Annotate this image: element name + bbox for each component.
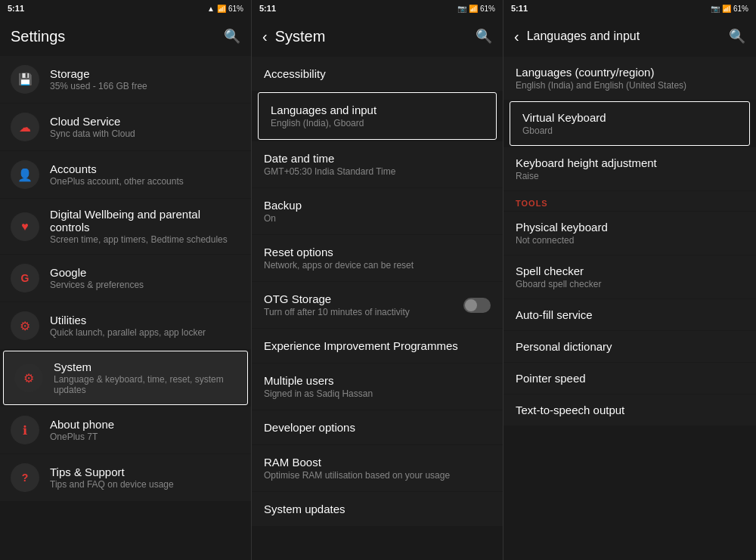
right-title: Languages and input [527,29,729,43]
sidebar-item-about[interactable]: ℹ About phone OnePlus 7T [0,407,251,453]
datetime-subtitle: GMT+05:30 India Standard Time [264,166,491,177]
physical-keyboard-subtitle: Not connected [516,235,744,246]
otg-subtitle: Turn off after 10 minutes of inactivity [264,307,463,317]
right-header: ‹ Languages and input 🔍 [503,17,756,56]
right-item-physical-keyboard[interactable]: Physical keyboard Not connected [503,212,756,255]
sidebar-item-storage[interactable]: 💾 Storage 35% used - 166 GB free [0,56,251,103]
search-icon-left[interactable]: 🔍 [224,28,240,45]
sidebar-item-accounts[interactable]: 👤 Accounts OnePlus account, other accoun… [0,151,251,198]
otg-text: OTG Storage Turn off after 10 minutes of… [264,292,463,317]
battery-right: 61% [733,5,748,13]
back-button-right[interactable]: ‹ [514,28,519,45]
menu-item-accessibility[interactable]: Accessibility [252,57,503,91]
back-button-mid[interactable]: ‹ [262,28,268,45]
signal-icon-mid: 📶 [469,5,478,13]
status-bar-mid: 5:11 📷 📶 61% [252,0,503,17]
wellbeing-subtitle: Screen time, app timers, Bedtime schedul… [50,234,240,245]
wellbeing-icon: ♥ [11,212,39,241]
sidebar-item-tips[interactable]: ? Tips & Support Tips and FAQ on device … [0,454,251,501]
utilities-text: Utilities Quick launch, parallel apps, a… [50,314,240,338]
virtual-keyboard-title: Virtual Keyboard [522,111,737,124]
right-item-spell-checker[interactable]: Spell checker Gboard spell checker [503,255,756,299]
menu-item-developer[interactable]: Developer options [252,410,503,444]
languages-region-title: Languages (country/region) [516,66,744,79]
tips-subtitle: Tips and FAQ on device usage [50,479,240,490]
system-icon: ⚙ [14,364,43,392]
menu-item-otg[interactable]: OTG Storage Turn off after 10 minutes of… [252,282,503,328]
menu-item-ramboost[interactable]: RAM Boost Optimise RAM utilisation based… [252,445,503,491]
wellbeing-title: Digital Wellbeing and parental controls [50,208,240,234]
sidebar-item-google[interactable]: G Google Services & preferences [0,255,251,302]
mid-header: ‹ System 🔍 [252,17,503,56]
toggle-knob [465,299,477,311]
right-item-keyboard-height[interactable]: Keyboard height adjustment Raise [503,147,756,190]
accounts-icon: 👤 [11,160,39,189]
menu-item-experience[interactable]: Experience Improvement Programmes [252,329,503,363]
left-title: Settings [11,28,224,45]
system-text: System Language & keyboard, time, reset,… [54,360,237,395]
time-mid: 5:11 [259,4,276,13]
search-icon-mid[interactable]: 🔍 [476,28,492,45]
right-panel: 5:11 📷 📶 61% ‹ Languages and input 🔍 Lan… [503,0,756,560]
sidebar-item-wellbeing[interactable]: ♥ Digital Wellbeing and parental control… [0,199,251,254]
menu-item-multiusers[interactable]: Multiple users Signed in as Sadiq Hassan [252,364,503,410]
datetime-title: Date and time [264,152,491,165]
left-header: Settings 🔍 [0,17,251,56]
accounts-subtitle: OnePlus account, other accounts [50,176,240,187]
storage-title: Storage [50,67,240,80]
developer-title: Developer options [264,421,491,434]
battery-mid: 61% [480,5,495,13]
menu-item-sysupdates[interactable]: System updates [252,492,503,526]
status-bar-left: 5:11 ▲ 📶 61% [0,0,251,17]
right-item-tts[interactable]: Text-to-speech output [503,394,756,425]
sidebar-item-cloud[interactable]: ☁ Cloud Service Sync data with Cloud [0,104,251,150]
right-item-pointer-speed[interactable]: Pointer speed [503,363,756,394]
search-icon-right[interactable]: 🔍 [729,28,745,45]
right-item-languages-region[interactable]: Languages (country/region) English (Indi… [503,57,756,100]
physical-keyboard-title: Physical keyboard [516,221,744,234]
about-subtitle: OnePlus 7T [50,432,240,442]
status-icons-right: 📷 📶 61% [711,5,748,13]
time-left: 5:11 [8,4,24,13]
menu-item-languages[interactable]: Languages and input English (India), Gbo… [258,92,497,140]
right-item-autofill[interactable]: Auto-fill service [503,299,756,330]
cloud-text: Cloud Service Sync data with Cloud [50,115,240,139]
menu-item-backup[interactable]: Backup On [252,188,503,234]
right-scroll: Languages (country/region) English (Indi… [503,56,756,560]
right-item-personal-dict[interactable]: Personal dictionary [503,331,756,362]
tools-section-label: TOOLS [503,191,756,211]
right-item-virtual-keyboard[interactable]: Virtual Keyboard Gboard [510,101,750,146]
utilities-icon: ⚙ [11,311,39,340]
languages-subtitle: English (India), Gboard [271,118,484,128]
status-icons-mid: 📷 📶 61% [457,5,495,13]
battery-left: 61% [228,5,243,13]
tips-text: Tips & Support Tips and FAQ on device us… [50,466,240,490]
google-icon: G [11,264,39,292]
status-bar-right: 5:11 📷 📶 61% [503,0,756,17]
sidebar-item-utilities[interactable]: ⚙ Utilities Quick launch, parallel apps,… [0,302,251,349]
accounts-text: Accounts OnePlus account, other accounts [50,162,240,187]
sysupdates-title: System updates [264,503,491,515]
wellbeing-text: Digital Wellbeing and parental controls … [50,208,240,245]
wifi-icon: ▲ [207,5,215,13]
signal-icon: 📶 [217,5,226,13]
autofill-title: Auto-fill service [516,308,744,321]
tips-icon: ? [11,463,39,492]
pointer-speed-title: Pointer speed [516,372,744,385]
keyboard-height-subtitle: Raise [516,171,744,181]
camera-icon-mid: 📷 [457,5,466,13]
menu-item-datetime[interactable]: Date and time GMT+05:30 India Standard T… [252,141,503,187]
storage-icon: 💾 [11,65,39,94]
accounts-title: Accounts [50,162,240,175]
left-scroll: 💾 Storage 35% used - 166 GB free ☁ Cloud… [0,56,251,560]
mid-title: System [275,28,476,45]
otg-toggle[interactable] [463,298,491,313]
storage-text: Storage 35% used - 166 GB free [50,67,240,91]
sidebar-item-system[interactable]: ⚙ System Language & keyboard, time, rese… [3,351,248,405]
menu-item-reset[interactable]: Reset options Network, apps or device ca… [252,235,503,281]
system-subtitle: Language & keyboard, time, reset, system… [54,374,237,395]
ramboost-subtitle: Optimise RAM utilisation based on your u… [264,470,491,481]
cloud-icon: ☁ [11,113,39,141]
multiusers-title: Multiple users [264,374,491,387]
utilities-subtitle: Quick launch, parallel apps, app locker [50,327,240,338]
